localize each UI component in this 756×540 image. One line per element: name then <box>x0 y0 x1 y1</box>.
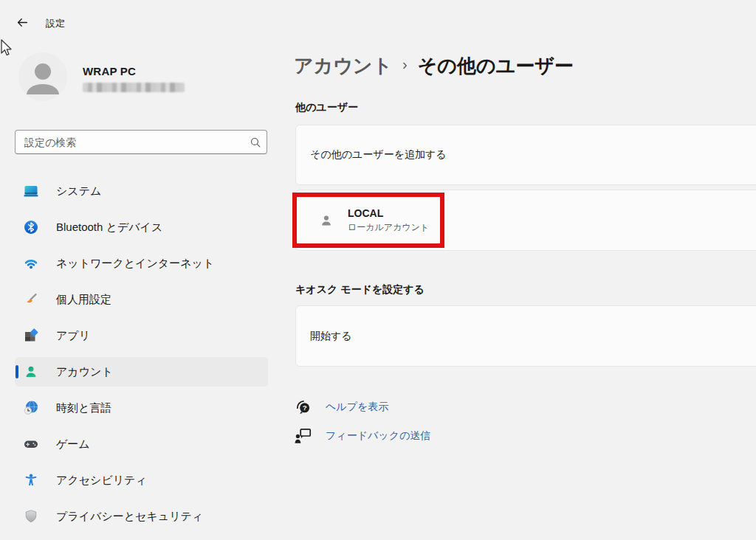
wifi-icon <box>24 256 38 271</box>
sidebar-item-label: Bluetooth とデバイス <box>56 221 162 235</box>
accounts-icon <box>24 364 38 379</box>
user-icon <box>318 212 334 229</box>
sidebar-item-time-language[interactable]: 時刻と言語 <box>15 393 268 423</box>
sidebar-item-label: 時刻と言語 <box>56 401 111 415</box>
local-account-type: ローカルアカウント <box>348 221 429 234</box>
active-accent-bar <box>16 365 18 378</box>
mouse-cursor-icon <box>0 39 14 60</box>
feedback-icon <box>294 426 313 446</box>
sidebar-item-bluetooth-devices[interactable]: Bluetooth とデバイス <box>15 212 268 242</box>
kiosk-start-label: 開始する <box>310 330 352 343</box>
feedback-link-label: フィードバックの送信 <box>326 429 430 443</box>
user-email-redacted <box>83 83 185 92</box>
breadcrumb-chevron-icon: › <box>402 56 408 73</box>
help-link[interactable]: ? ヘルプを表示 <box>294 398 388 417</box>
sidebar-item-system[interactable]: システム <box>15 176 268 206</box>
bluetooth-icon <box>24 220 38 235</box>
sidebar-item-label: 個人用設定 <box>56 293 111 307</box>
local-account-row[interactable]: LOCAL ローカルアカウント <box>295 190 756 251</box>
help-link-label: ヘルプを表示 <box>326 401 388 414</box>
page-title: その他のユーザー <box>418 53 574 79</box>
help-icon: ? <box>294 398 313 417</box>
app-title: 設定 <box>46 17 65 30</box>
sidebar-item-accounts[interactable]: アカウント <box>15 357 268 387</box>
apps-icon <box>24 328 38 343</box>
svg-text:?: ? <box>303 404 307 412</box>
breadcrumb-accounts[interactable]: アカウント <box>294 53 392 79</box>
local-account-name: LOCAL <box>348 207 429 219</box>
search-input[interactable] <box>16 136 244 148</box>
sidebar-item-label: アプリ <box>56 329 90 343</box>
sidebar-item-privacy-security[interactable]: プライバシーとセキュリティ <box>15 502 268 531</box>
user-avatar <box>18 52 67 101</box>
add-user-row[interactable]: その他のユーザーを追加する <box>295 125 756 185</box>
sidebar-item-network-internet[interactable]: ネットワークとインターネット <box>15 249 268 278</box>
sidebar-item-personalization[interactable]: 個人用設定 <box>15 285 268 314</box>
user-name: WRAP PC <box>83 65 136 77</box>
sidebar-item-gaming[interactable]: ゲーム <box>15 429 268 459</box>
settings-search <box>15 130 267 154</box>
back-button[interactable] <box>10 14 34 33</box>
sidebar-item-label: アカウント <box>56 365 113 379</box>
feedback-link[interactable]: フィードバックの送信 <box>294 426 430 446</box>
search-icon <box>244 136 267 148</box>
accessibility-icon <box>24 473 38 488</box>
time-language-icon <box>24 401 38 415</box>
brush-icon <box>24 292 38 307</box>
gamepad-icon <box>24 437 38 451</box>
system-icon <box>24 184 38 198</box>
breadcrumb: アカウント › その他のユーザー <box>294 53 574 79</box>
sidebar-item-label: ゲーム <box>56 437 90 451</box>
add-user-label: その他のユーザーを追加する <box>310 148 447 162</box>
sidebar-item-apps[interactable]: アプリ <box>15 321 268 350</box>
settings-window: 設定 WRAP PC システム Bluetooth とデバイス <box>0 0 756 540</box>
kiosk-start-row[interactable]: 開始する <box>295 305 756 367</box>
sidebar-item-label: ネットワークとインターネット <box>56 257 214 271</box>
sidebar-item-label: アクセシビリティ <box>56 474 147 488</box>
other-users-section-label: 他のユーザー <box>295 101 358 114</box>
kiosk-section-label: キオスク モードを設定する <box>295 283 425 297</box>
back-arrow-icon <box>16 16 29 32</box>
sidebar-item-accessibility[interactable]: アクセシビリティ <box>15 465 268 495</box>
sidebar-item-label: プライバシーとセキュリティ <box>56 510 203 524</box>
shield-icon <box>24 509 38 524</box>
sidebar-item-label: システム <box>56 184 101 198</box>
